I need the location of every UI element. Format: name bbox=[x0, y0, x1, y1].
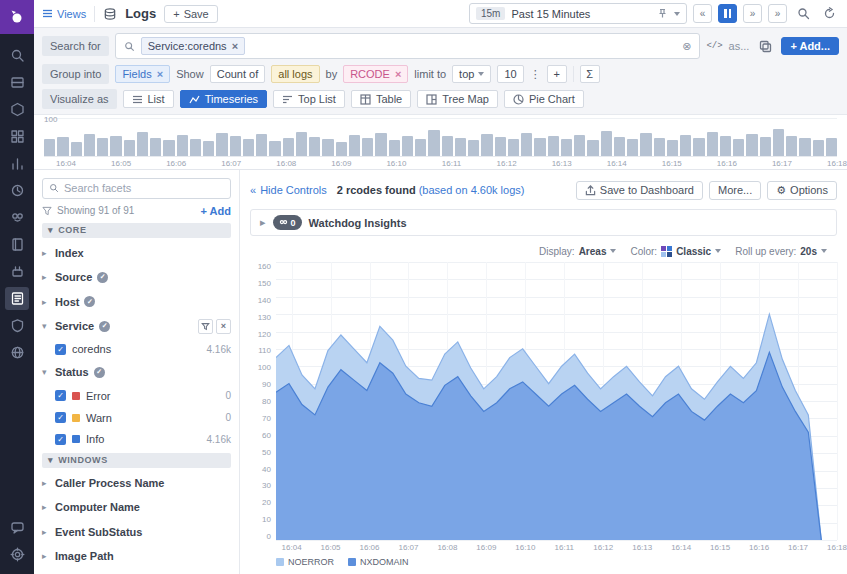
infrastructure-icon[interactable] bbox=[5, 71, 29, 94]
histogram-bar[interactable] bbox=[110, 136, 121, 156]
save-view-button[interactable]: + Save bbox=[164, 5, 218, 23]
facet-value-info[interactable]: ✓ Info 4.16k bbox=[42, 431, 231, 448]
histogram-bar[interactable] bbox=[269, 141, 280, 156]
checkbox-checked[interactable]: ✓ bbox=[55, 344, 66, 355]
histogram-bar[interactable] bbox=[574, 135, 585, 156]
facet-search[interactable] bbox=[42, 178, 231, 199]
remove-rcode-icon[interactable]: × bbox=[395, 68, 401, 80]
histogram-bar[interactable] bbox=[57, 137, 68, 156]
histogram-bar[interactable] bbox=[177, 135, 188, 156]
histogram-bar[interactable] bbox=[283, 138, 294, 156]
histogram-bar[interactable] bbox=[654, 138, 665, 157]
checkbox-checked[interactable]: ✓ bbox=[55, 412, 66, 423]
integrations-icon[interactable] bbox=[5, 260, 29, 283]
chevron-down-icon[interactable] bbox=[674, 12, 680, 16]
histogram-bar[interactable] bbox=[667, 140, 678, 156]
histogram-bar[interactable] bbox=[389, 140, 400, 156]
histogram-bar[interactable] bbox=[163, 140, 174, 156]
options-button[interactable]: ⚙ Options bbox=[767, 181, 837, 200]
all-logs-chip[interactable]: all logs bbox=[271, 65, 319, 83]
histogram-bar[interactable] bbox=[124, 140, 135, 156]
histogram-bar[interactable] bbox=[442, 136, 453, 156]
histogram-bar[interactable] bbox=[402, 136, 413, 156]
histogram-bar[interactable] bbox=[428, 130, 439, 156]
legend-noerror[interactable]: NOERROR bbox=[276, 557, 334, 567]
facet-item-index[interactable]: ▸Index bbox=[42, 243, 231, 263]
histogram-bar[interactable] bbox=[640, 133, 651, 156]
search-nav-icon[interactable] bbox=[5, 44, 29, 67]
add-button[interactable]: + Add... bbox=[781, 37, 839, 55]
count-of-select[interactable]: Count of bbox=[210, 65, 266, 83]
facet-section-core[interactable]: ▾CORE bbox=[42, 223, 231, 238]
top-n-select[interactable]: 10 bbox=[497, 65, 523, 83]
histogram-bar[interactable] bbox=[362, 138, 373, 156]
histogram-bar[interactable] bbox=[336, 142, 347, 156]
histogram-bar[interactable] bbox=[587, 140, 598, 156]
add-facet-button[interactable]: + Add bbox=[201, 205, 231, 217]
histogram-bar[interactable] bbox=[44, 139, 55, 156]
watchdog-insights-row[interactable]: ▸ 0 Watchdog Insights bbox=[250, 209, 837, 236]
histogram-bar[interactable] bbox=[468, 140, 479, 156]
viz-treemap-button[interactable]: Tree Map bbox=[417, 90, 498, 108]
histogram-bar[interactable] bbox=[230, 136, 241, 156]
facet-section-windows[interactable]: ▾WINDOWS bbox=[42, 453, 231, 468]
facet-item-host[interactable]: ▸Host✓ bbox=[42, 292, 231, 312]
pin-icon[interactable] bbox=[657, 8, 668, 19]
histogram-bar[interactable] bbox=[746, 134, 757, 156]
facet-item-source[interactable]: ▸Source✓ bbox=[42, 267, 231, 287]
time-range-picker[interactable]: 15m Past 15 Minutes bbox=[469, 3, 687, 24]
facet-item-service[interactable]: ▾ Service ✓ × bbox=[42, 316, 231, 336]
histogram-bar[interactable] bbox=[826, 138, 837, 157]
facet-item-image-path[interactable]: ▸Image Path bbox=[42, 547, 231, 567]
watchdog-nav-icon[interactable] bbox=[5, 206, 29, 229]
histogram-bar[interactable] bbox=[495, 137, 506, 156]
viz-piechart-button[interactable]: Pie Chart bbox=[504, 90, 584, 108]
facet-value-error[interactable]: ✓ Error 0 bbox=[42, 387, 231, 404]
viz-toplist-button[interactable]: Top List bbox=[273, 90, 345, 108]
code-view-icon[interactable]: </> bbox=[706, 41, 722, 51]
security-icon[interactable] bbox=[5, 314, 29, 337]
histogram-bar[interactable] bbox=[693, 138, 704, 156]
histogram-bar[interactable] bbox=[415, 139, 426, 156]
based-on-logs-link[interactable]: (based on 4.60k logs) bbox=[419, 184, 525, 196]
histogram-bar[interactable] bbox=[455, 138, 466, 156]
top-select[interactable]: top bbox=[452, 65, 491, 83]
histogram-bar[interactable] bbox=[720, 136, 731, 156]
step-back-button[interactable]: « bbox=[693, 4, 712, 23]
histogram-bar[interactable] bbox=[322, 139, 333, 156]
viz-timeseries-button[interactable]: Timeseries bbox=[180, 90, 267, 108]
histogram-bar[interactable] bbox=[773, 129, 784, 156]
more-button[interactable]: More... bbox=[709, 181, 761, 200]
search-filter-chip[interactable]: Service:coredns × bbox=[141, 37, 245, 55]
apm-icon[interactable] bbox=[5, 179, 29, 202]
histogram-bar[interactable] bbox=[84, 134, 95, 156]
histogram-bar[interactable] bbox=[216, 133, 227, 156]
histogram-bar[interactable] bbox=[733, 139, 744, 156]
remove-fields-icon[interactable]: × bbox=[157, 68, 163, 80]
histogram-bar[interactable] bbox=[481, 134, 492, 156]
histogram-bar[interactable] bbox=[150, 138, 161, 157]
checkbox-checked[interactable]: ✓ bbox=[55, 390, 66, 401]
histogram-bar[interactable] bbox=[534, 138, 545, 156]
histogram-bar[interactable] bbox=[561, 139, 572, 156]
facet-value-coredns[interactable]: ✓ coredns 4.16k bbox=[42, 341, 231, 358]
search-input[interactable]: Service:coredns × ⊗ bbox=[115, 33, 701, 59]
histogram-bar[interactable] bbox=[375, 133, 386, 156]
timeseries-plot[interactable] bbox=[276, 262, 837, 541]
histogram-bar[interactable] bbox=[548, 136, 559, 156]
facet-filter-icon[interactable] bbox=[198, 319, 213, 334]
facet-item-caller-process-name[interactable]: ▸Caller Process Name bbox=[42, 473, 231, 493]
synthetics-icon[interactable] bbox=[5, 341, 29, 364]
histogram-bar[interactable] bbox=[521, 133, 532, 156]
histogram-bar[interactable] bbox=[256, 134, 267, 156]
histogram-bar[interactable] bbox=[508, 139, 519, 156]
histogram-bar[interactable] bbox=[349, 135, 360, 156]
host-map-icon[interactable] bbox=[5, 98, 29, 121]
facet-value-warn[interactable]: ✓ Warn 0 bbox=[42, 409, 231, 426]
notebooks-icon[interactable] bbox=[5, 233, 29, 256]
rollup-select[interactable]: 20s bbox=[800, 246, 827, 257]
zoom-icon[interactable] bbox=[793, 4, 813, 24]
histogram-bar[interactable] bbox=[190, 139, 201, 156]
metrics-icon[interactable] bbox=[5, 152, 29, 175]
histogram-bar[interactable] bbox=[707, 132, 718, 156]
